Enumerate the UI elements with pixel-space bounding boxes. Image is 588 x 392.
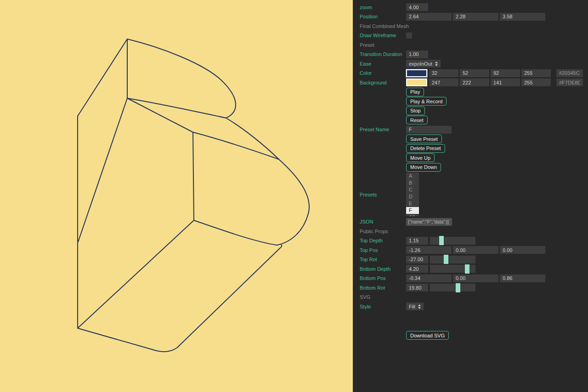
top-pos-y-input[interactable] (453, 246, 498, 254)
letter-edge (78, 39, 127, 116)
color-hex-input[interactable] (556, 69, 583, 77)
row-top-depth: Top Depth (353, 237, 588, 245)
row-transition-duration: Transition Duration (353, 50, 588, 58)
draw-wireframe-checkbox[interactable] (406, 33, 412, 39)
bottom-pos-y-input[interactable] (453, 274, 498, 282)
ease-label: Ease (353, 61, 406, 67)
letter-edge (226, 118, 279, 159)
background-g-input[interactable] (460, 78, 489, 86)
top-depth-label: Top Depth (353, 238, 406, 243)
bottom-depth-slider-handle[interactable] (465, 264, 469, 274)
color-b-input[interactable] (491, 69, 520, 77)
json-label: JSON (353, 219, 406, 224)
stop-button[interactable]: Stop (406, 106, 425, 115)
canvas[interactable] (0, 0, 353, 392)
transition-duration-label: Transition Duration (353, 51, 406, 57)
top-pos-x-input[interactable] (406, 246, 452, 254)
json-input[interactable] (406, 218, 452, 226)
color-r-input[interactable] (429, 69, 458, 77)
row-top-pos: Top Pos (353, 246, 588, 254)
color-g-input[interactable] (460, 69, 489, 77)
transition-duration-input[interactable] (406, 50, 428, 58)
top-rot-slider[interactable] (430, 256, 475, 263)
row-color: Color (353, 69, 588, 77)
preset-option[interactable]: C (406, 186, 419, 193)
row-bottom-pos: Bottom Pos (353, 274, 588, 282)
row-reset: Reset (353, 116, 588, 124)
bottom-rot-label: Bottom Rot (353, 285, 406, 291)
row-stop: Stop (353, 107, 588, 115)
row-preset-name: Preset Name (353, 126, 588, 134)
row-style: Style Fill (353, 302, 588, 310)
control-panel: zoom Position Final Combined Mesh Draw W… (353, 0, 588, 392)
position-y-input[interactable] (453, 13, 498, 21)
background-swatch[interactable] (406, 78, 427, 86)
color-swatch[interactable] (406, 69, 427, 77)
row-bottom-rot: Bottom Rot (353, 284, 588, 291)
row-bottom-depth: Bottom Depth (353, 265, 588, 273)
move-down-button[interactable]: Move Down (406, 163, 441, 172)
top-depth-slider-handle[interactable] (439, 236, 444, 245)
bottom-pos-x-input[interactable] (406, 274, 452, 282)
background-label: Background (353, 80, 406, 85)
download-svg-button[interactable]: Download SVG (406, 331, 449, 340)
preset-option-selected[interactable]: F (406, 207, 419, 214)
presets-label: Presets (353, 192, 406, 197)
bottom-rot-slider[interactable] (430, 284, 475, 291)
letter-b-3d-drawing (0, 0, 353, 392)
play-button[interactable]: Play (406, 88, 424, 96)
letter-edge (78, 245, 282, 352)
position-x-input[interactable] (406, 13, 452, 21)
bottom-pos-z-input[interactable] (500, 274, 545, 282)
ease-select-value: expoInOut (409, 61, 432, 67)
draw-wireframe-label: Draw Wireframe (353, 33, 406, 38)
row-move-up: Move Up (353, 154, 588, 162)
position-z-input[interactable] (500, 13, 545, 21)
select-arrows-icon (418, 304, 421, 309)
row-zoom: zoom (353, 3, 588, 11)
row-download-svg: Download SVG (353, 331, 588, 339)
preset-option[interactable]: B (406, 179, 419, 186)
color-a-input[interactable] (521, 69, 551, 77)
top-depth-input[interactable] (406, 237, 428, 245)
bottom-depth-label: Bottom Depth (353, 266, 406, 272)
letter-edge (194, 220, 277, 245)
move-up-button[interactable]: Move Up (406, 153, 435, 162)
preset-option[interactable]: A (406, 173, 419, 179)
presets-listbox[interactable]: A B C D E F A2 (406, 173, 419, 216)
letter-edge (127, 98, 279, 159)
bottom-rot-slider-handle[interactable] (456, 283, 460, 292)
reset-button[interactable]: Reset (406, 116, 428, 124)
top-pos-label: Top Pos (353, 247, 406, 253)
background-a-input[interactable] (521, 78, 551, 86)
row-draw-wireframe: Draw Wireframe (353, 32, 588, 39)
letter-edge (277, 159, 309, 245)
top-pos-z-input[interactable] (500, 246, 545, 254)
top-rot-input[interactable] (406, 256, 428, 263)
row-top-rot: Top Rot (353, 256, 588, 263)
background-hex-input[interactable] (556, 78, 583, 86)
preset-name-input[interactable] (406, 126, 452, 134)
preset-option[interactable]: E (406, 200, 419, 207)
save-preset-button[interactable]: Save Preset (406, 134, 442, 143)
letter-edge (127, 98, 226, 118)
style-label: Style (353, 304, 406, 309)
bottom-depth-slider[interactable] (430, 265, 475, 273)
delete-preset-button[interactable]: Delete Preset (406, 144, 445, 153)
style-select[interactable]: Fill (406, 302, 424, 310)
ease-select[interactable]: expoInOut (406, 60, 441, 67)
top-rot-slider-handle[interactable] (444, 255, 448, 264)
background-r-input[interactable] (429, 78, 458, 86)
background-b-input[interactable] (491, 78, 520, 86)
public-props-header: Public Props (353, 227, 588, 235)
letter-edge (78, 98, 127, 242)
zoom-label: zoom (353, 5, 406, 10)
play-record-button[interactable]: Play & Record (406, 97, 447, 106)
bottom-rot-input[interactable] (406, 284, 428, 291)
top-depth-slider[interactable] (430, 237, 475, 245)
zoom-input[interactable] (406, 3, 428, 11)
preset-name-label: Preset Name (353, 127, 406, 132)
preset-option[interactable]: A2 (406, 214, 419, 216)
bottom-depth-input[interactable] (406, 265, 428, 273)
preset-option[interactable]: D (406, 193, 419, 200)
